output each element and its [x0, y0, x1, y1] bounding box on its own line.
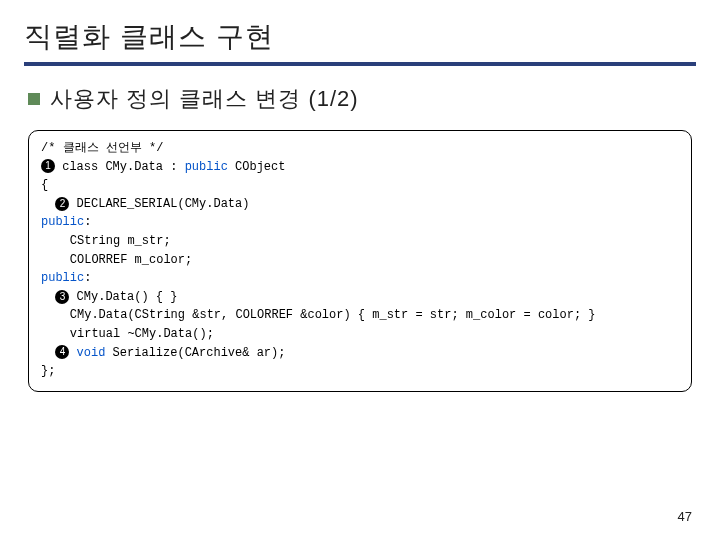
- page-title: 직렬화 클래스 구현: [24, 18, 696, 56]
- code-text: {: [41, 178, 48, 192]
- slide: 직렬화 클래스 구현 사용자 정의 클래스 변경 (1/2) /* 클래스 선언…: [0, 0, 720, 540]
- circled-3-icon: 3: [55, 290, 69, 304]
- code-keyword: public: [41, 271, 84, 285]
- circled-4-icon: 4: [55, 345, 69, 359]
- circled-2-icon: 2: [55, 197, 69, 211]
- code-text: CMy.Data() { }: [69, 290, 177, 304]
- subheading-text: 사용자 정의 클래스 변경 (1/2): [50, 84, 359, 114]
- square-bullet-icon: [28, 93, 40, 105]
- code-keyword: public: [185, 160, 228, 174]
- code-text: CObject: [228, 160, 286, 174]
- code-text: DECLARE_SERIAL(CMy.Data): [69, 197, 249, 211]
- code-comment: /* 클래스 선언부 */: [41, 141, 163, 155]
- circled-1-icon: 1: [41, 159, 55, 173]
- page-number: 47: [678, 509, 692, 524]
- code-text: class CMy.Data :: [55, 160, 185, 174]
- code-text: };: [41, 364, 55, 378]
- code-keyword: public: [41, 215, 84, 229]
- code-block: /* 클래스 선언부 */ 1 class CMy.Data : public …: [28, 130, 692, 392]
- code-keyword: void: [77, 346, 106, 360]
- code-text: :: [84, 215, 91, 229]
- code-text: CMy.Data(CString &str, COLORREF &color) …: [41, 308, 596, 322]
- code-text: COLORREF m_color;: [41, 253, 192, 267]
- code-text: virtual ~CMy.Data();: [41, 327, 214, 341]
- code-text: Serialize(CArchive& ar);: [105, 346, 285, 360]
- subheading-row: 사용자 정의 클래스 변경 (1/2): [28, 84, 696, 114]
- code-text: [69, 346, 76, 360]
- title-underline: [24, 62, 696, 66]
- code-text: CString m_str;: [41, 234, 171, 248]
- code-text: :: [84, 271, 91, 285]
